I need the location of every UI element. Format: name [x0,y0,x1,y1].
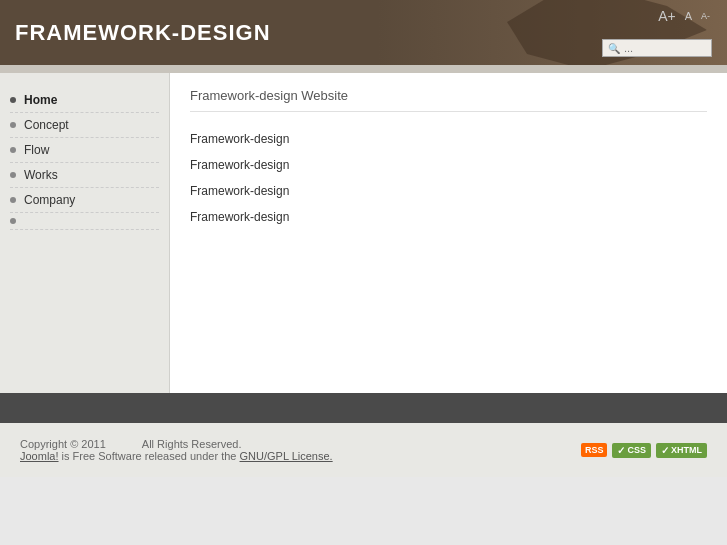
font-size-large-button[interactable]: A+ [656,8,678,24]
font-size-medium-button[interactable]: A [683,10,694,22]
xhtml-label: XHTML [671,445,702,455]
nav-item-label: Works [24,168,58,182]
css-badge[interactable]: ✓ CSS [612,443,651,458]
font-size-small-button[interactable]: A- [699,11,712,21]
xhtml-badge[interactable]: ✓ XHTML [656,443,707,458]
nav-bar [0,65,727,73]
content-link-2[interactable]: Framework-design [190,184,707,198]
content-link-1[interactable]: Framework-design [190,158,707,172]
site-header: FRAMEWORK-DESIGN A+ A A- 🔍 [0,0,727,65]
sidebar-item-Works[interactable]: Works [10,163,159,188]
joomla-desc: is Free Software released under the [59,450,240,462]
joomla-link[interactable]: Joomla! [20,450,59,462]
search-box[interactable]: 🔍 [602,39,712,57]
footer-text: Copyright © 2011 All Rights Reserved. Jo… [20,438,333,462]
content-link-0[interactable]: Framework-design [190,132,707,146]
content-links: Framework-designFramework-designFramewor… [190,132,707,224]
nav-item-label: Company [24,193,75,207]
nav-bullet [10,97,16,103]
footer-bar [0,393,727,423]
footer-badges: RSS ✓ CSS ✓ XHTML [581,443,707,458]
nav-bullet [10,122,16,128]
site-title: FRAMEWORK-DESIGN [15,20,271,46]
nav-bullet [10,147,16,153]
main-wrapper: HomeConceptFlowWorksCompany Framework-de… [0,73,727,393]
sidebar-item-Flow[interactable]: Flow [10,138,159,163]
content-area: Framework-design Website Framework-desig… [170,73,727,393]
rss-badge[interactable]: RSS [581,443,608,457]
content-link-3[interactable]: Framework-design [190,210,707,224]
nav-bullet [10,197,16,203]
all-rights-text: All Rights Reserved. [142,438,242,450]
license-link[interactable]: GNU/GPL License. [240,450,333,462]
sidebar-item-Company[interactable]: Company [10,188,159,213]
footer: Copyright © 2011 All Rights Reserved. Jo… [0,423,727,477]
nav-item-label: Flow [24,143,49,157]
nav-bullet [10,172,16,178]
xhtml-check-icon: ✓ [661,445,669,456]
header-controls: A+ A A- [656,8,712,24]
css-label: CSS [627,445,646,455]
sidebar-item-Concept[interactable]: Concept [10,113,159,138]
sidebar-item-5[interactable] [10,213,159,230]
search-icon: 🔍 [608,43,620,54]
nav-bullet [10,218,16,224]
sidebar-item-Home[interactable]: Home [10,88,159,113]
content-title: Framework-design Website [190,88,707,112]
search-input[interactable] [624,42,704,54]
css-check-icon: ✓ [617,445,625,456]
nav-item-label: Home [24,93,57,107]
copyright-text: Copyright © 2011 [20,438,106,450]
sidebar: HomeConceptFlowWorksCompany [0,73,170,393]
nav-item-label: Concept [24,118,69,132]
